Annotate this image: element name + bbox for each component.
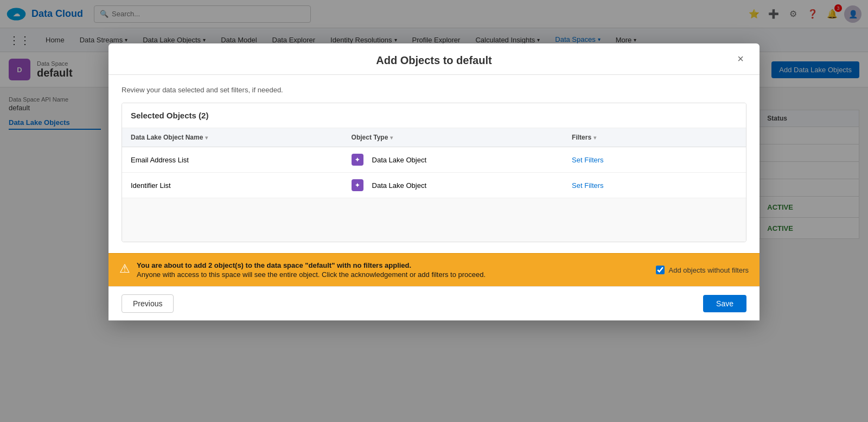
modal-overlay: Add Objects to default × Review your dat… (0, 0, 868, 422)
selected-objects-title: Selected Objects (2) (122, 103, 746, 128)
previous-button[interactable]: Previous (122, 294, 174, 313)
sort-icon-filters[interactable]: ▾ (593, 135, 596, 141)
warning-text: You are about to add 2 object(s) to the … (137, 261, 486, 279)
modal-title: Add Objects to default (376, 54, 492, 67)
dl-obj-icon: ✦ (352, 154, 363, 166)
col-header-object-type: Object Type ▾ (352, 134, 572, 141)
set-filters-link-1[interactable]: Set Filters (572, 156, 604, 164)
save-button[interactable]: Save (703, 295, 746, 312)
row-1-filter: Set Filters (572, 156, 737, 164)
selected-objects-box: Selected Objects (2) Data Lake Object Na… (122, 103, 746, 242)
row-1-name: Email Address List (131, 156, 352, 164)
sort-icon-name[interactable]: ▾ (205, 135, 208, 141)
modal-body: Review your data selected and set filter… (108, 75, 760, 253)
row-2-type: ✦ Data Lake Object (352, 179, 572, 191)
add-objects-modal: Add Objects to default × Review your dat… (108, 43, 760, 320)
row-1-type: ✦ Data Lake Object (352, 154, 572, 166)
modal-footer: Previous Save (108, 286, 760, 320)
warning-content-left: ⚠ You are about to add 2 object(s) to th… (119, 261, 486, 279)
warning-banner: ⚠ You are about to add 2 object(s) to th… (108, 253, 760, 286)
row-2-name: Identifier List (131, 181, 352, 190)
table-row: Email Address List ✦ Data Lake Object Se… (122, 147, 746, 173)
modal-close-button[interactable]: × (732, 51, 749, 67)
add-without-filters-checkbox[interactable] (656, 266, 665, 274)
warning-content-right: Add objects without filters (656, 266, 749, 274)
table-row: Identifier List ✦ Data Lake Object Set F… (122, 173, 746, 198)
modal-header: Add Objects to default × (108, 43, 760, 75)
dl-obj-icon: ✦ (352, 179, 363, 191)
set-filters-link-2[interactable]: Set Filters (572, 181, 604, 190)
sort-icon-type[interactable]: ▾ (390, 135, 393, 141)
add-without-filters-label: Add objects without filters (669, 266, 749, 274)
empty-area (122, 198, 746, 242)
modal-subtitle: Review your data selected and set filter… (122, 86, 746, 94)
row-2-filter: Set Filters (572, 181, 737, 190)
table-header-row: Data Lake Object Name ▾ Object Type ▾ Fi… (122, 128, 746, 147)
warning-icon: ⚠ (119, 262, 130, 276)
col-header-filters: Filters ▾ (572, 134, 737, 141)
col-header-dlo-name: Data Lake Object Name ▾ (131, 134, 352, 141)
